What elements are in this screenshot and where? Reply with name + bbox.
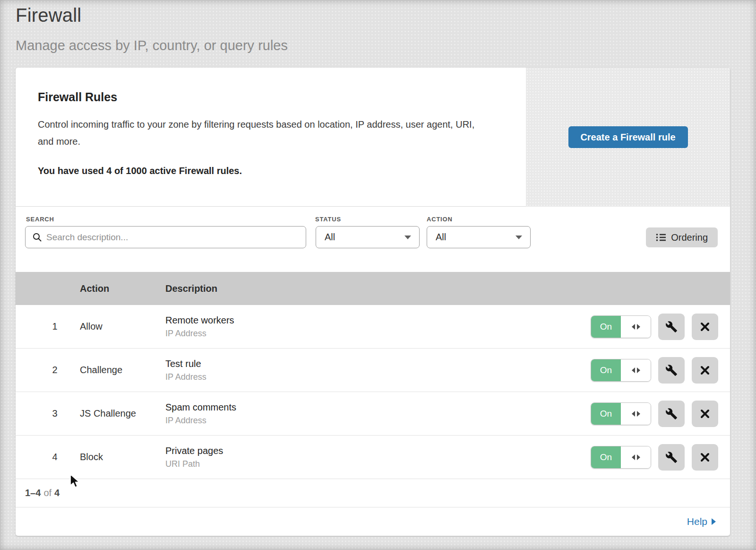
overview-section: Firewall Rules Control incoming traffic …: [16, 68, 730, 207]
pagination-of: of: [43, 488, 52, 498]
overview-heading: Firewall Rules: [38, 90, 484, 104]
rule-priority: 3: [30, 408, 80, 419]
edit-rule-button[interactable]: [658, 401, 685, 427]
ordering-button[interactable]: Ordering: [646, 227, 718, 247]
action-column-header: Action: [80, 283, 165, 294]
delete-rule-button[interactable]: [692, 314, 718, 340]
rule-priority: 1: [30, 321, 80, 332]
rule-description: Spam comments: [165, 402, 591, 413]
delete-rule-button[interactable]: [692, 444, 718, 471]
rules-usage-text: You have used 4 of 1000 active Firewall …: [38, 166, 484, 176]
action-label: ACTION: [427, 216, 453, 223]
firewall-rules-card: Firewall Rules Control incoming traffic …: [16, 68, 730, 536]
rule-controls: On: [591, 401, 718, 427]
toggle-arrows-icon[interactable]: [621, 403, 651, 425]
rule-description-cell: Spam comments IP Address: [165, 402, 591, 426]
rule-description: Remote workers: [165, 315, 591, 326]
rule-enabled-toggle[interactable]: On: [591, 402, 651, 425]
rule-action: Challenge: [80, 365, 165, 375]
rule-action: Block: [80, 452, 165, 463]
rule-enabled-toggle[interactable]: On: [591, 315, 651, 338]
ordering-button-label: Ordering: [671, 232, 708, 243]
rule-enabled-toggle[interactable]: On: [591, 446, 651, 469]
rule-description-cell: Remote workers IP Address: [165, 315, 591, 339]
rule-description: Test rule: [165, 358, 591, 369]
pagination-footer: 1–4 of 4: [16, 479, 730, 507]
close-icon: [699, 452, 711, 463]
wrench-icon: [665, 451, 678, 463]
rule-description: Private pages: [165, 445, 591, 456]
description-column-header: Description: [165, 283, 718, 294]
rule-priority: 2: [30, 365, 80, 375]
rule-target-type: IP Address: [165, 372, 591, 382]
close-icon: [699, 321, 711, 332]
search-icon: [33, 233, 42, 242]
help-row: Help: [16, 507, 730, 536]
overview-text-block: Firewall Rules Control incoming traffic …: [38, 90, 484, 176]
status-label: STATUS: [315, 216, 341, 223]
wrench-icon: [665, 321, 678, 333]
rule-priority: 4: [30, 452, 80, 463]
delete-rule-button[interactable]: [692, 401, 718, 427]
toggle-arrows-icon[interactable]: [621, 446, 651, 468]
arrow-right-icon: [712, 518, 716, 525]
wrench-icon: [665, 408, 678, 420]
ordered-list-icon: [656, 233, 666, 242]
pagination-range: 1–4: [25, 488, 41, 498]
action-select[interactable]: All: [427, 226, 531, 248]
edit-rule-button[interactable]: [658, 444, 685, 471]
toggle-on-label: On: [591, 446, 621, 468]
page-title: Firewall: [16, 5, 81, 26]
search-label: SEARCH: [26, 216, 54, 223]
toggle-on-label: On: [591, 403, 621, 425]
chevron-down-icon: [404, 236, 411, 239]
action-selected-value: All: [436, 232, 446, 243]
toggle-arrows-icon[interactable]: [621, 359, 651, 381]
rule-description-cell: Private pages URI Path: [165, 445, 591, 469]
rule-description-cell: Test rule IP Address: [165, 358, 591, 382]
close-icon: [699, 408, 711, 419]
page-subtitle: Manage access by IP, country, or query r…: [16, 38, 288, 53]
chevron-down-icon: [515, 236, 522, 239]
overview-description: Control incoming traffic to your zone by…: [38, 116, 484, 150]
table-row: 4 Block Private pages URI Path On: [16, 436, 730, 479]
rule-controls: On: [591, 357, 718, 384]
status-selected-value: All: [325, 232, 335, 243]
rule-controls: On: [591, 444, 718, 471]
toggle-on-label: On: [591, 316, 621, 338]
table-row: 3 JS Challenge Spam comments IP Address …: [16, 392, 730, 436]
create-firewall-rule-button[interactable]: Create a Firewall rule: [568, 126, 688, 148]
rule-enabled-toggle[interactable]: On: [591, 359, 651, 382]
help-link[interactable]: Help: [687, 516, 716, 527]
edit-rule-button[interactable]: [658, 314, 685, 340]
search-input[interactable]: [46, 227, 306, 248]
table-header-row: Action Description: [16, 272, 730, 305]
status-select[interactable]: All: [316, 226, 420, 248]
delete-rule-button[interactable]: [692, 357, 718, 384]
table-row: 2 Challenge Test rule IP Address On: [16, 349, 730, 392]
create-rule-panel: Create a Firewall rule: [526, 68, 730, 207]
rule-controls: On: [591, 314, 718, 340]
help-link-label: Help: [687, 516, 707, 527]
toggle-arrows-icon[interactable]: [621, 316, 651, 338]
wrench-icon: [665, 364, 678, 376]
rules-table-body: 1 Allow Remote workers IP Address On: [16, 305, 730, 479]
firewall-page: Firewall Manage access by IP, country, o…: [0, 0, 756, 550]
table-row: 1 Allow Remote workers IP Address On: [16, 305, 730, 349]
rule-target-type: IP Address: [165, 329, 591, 339]
pagination-total: 4: [54, 488, 60, 498]
close-icon: [699, 365, 711, 376]
filters-section: SEARCH STATUS All ACTION All: [16, 207, 730, 272]
rule-action: Allow: [80, 321, 165, 332]
rule-action: JS Challenge: [80, 408, 165, 419]
edit-rule-button[interactable]: [658, 357, 685, 384]
toggle-on-label: On: [591, 359, 621, 381]
rule-target-type: URI Path: [165, 459, 591, 469]
rule-target-type: IP Address: [165, 416, 591, 426]
search-box[interactable]: [25, 226, 306, 248]
